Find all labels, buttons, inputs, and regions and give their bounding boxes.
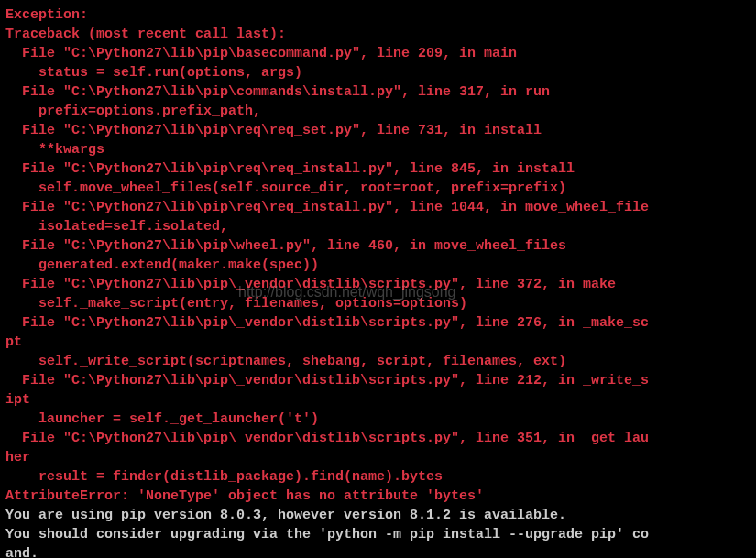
attribute-error: AttributeError: 'NoneType' object has no…: [5, 487, 751, 506]
exception-header: Exception:: [5, 5, 751, 25]
pip-upgrade-info: You should consider upgrading via the 'p…: [5, 525, 751, 544]
traceback-frame-file: File "C:\Python27\lib\pip\_vendor\distli…: [5, 429, 751, 448]
traceback-frame-file: File "C:\Python27\lib\pip\_vendor\distli…: [5, 313, 751, 333]
traceback-frame-file: File "C:\Python27\lib\pip\commands\insta…: [5, 82, 751, 102]
traceback-frame-code: isolated=self.isolated,: [5, 217, 751, 236]
traceback-frame-code: self._write_script(scriptnames, shebang,…: [5, 352, 751, 371]
traceback-frame-file: File "C:\Python27\lib\pip\req\req_instal…: [5, 198, 751, 217]
pip-version-info: You are using pip version 8.0.3, however…: [5, 506, 751, 525]
traceback-frame-file: File "C:\Python27\lib\pip\_vendor\distli…: [5, 371, 751, 390]
pip-upgrade-info-wrap: and.: [5, 544, 751, 558]
traceback-frame-code: result = finder(distlib_package).find(na…: [5, 467, 751, 487]
traceback-frame-file: File "C:\Python27\lib\pip\wheel.py", lin…: [5, 236, 751, 256]
terminal-output: Exception: Traceback (most recent call l…: [5, 5, 751, 558]
traceback-frame-code: self._make_script(entry, filenames, opti…: [5, 294, 751, 313]
traceback-frame-wrap: ipt: [5, 390, 751, 410]
traceback-frame-code: prefix=options.prefix_path,: [5, 102, 751, 121]
traceback-frame-code: status = self.run(options, args): [5, 63, 751, 82]
traceback-frame-code: **kwargs: [5, 140, 751, 159]
traceback-header: Traceback (most recent call last):: [5, 25, 751, 44]
traceback-frame-file: File "C:\Python27\lib\pip\basecommand.py…: [5, 44, 751, 63]
traceback-frame-wrap: her: [5, 448, 751, 467]
traceback-frame-code: generated.extend(maker.make(spec)): [5, 256, 751, 275]
traceback-frame-code: self.move_wheel_files(self.source_dir, r…: [5, 179, 751, 198]
traceback-frame-file: File "C:\Python27\lib\pip\_vendor\distli…: [5, 275, 751, 294]
traceback-frame-file: File "C:\Python27\lib\pip\req\req_set.py…: [5, 121, 751, 140]
traceback-frame-file: File "C:\Python27\lib\pip\req\req_instal…: [5, 159, 751, 179]
traceback-frame-code: launcher = self._get_launcher('t'): [5, 410, 751, 429]
traceback-frame-wrap: pt: [5, 333, 751, 352]
